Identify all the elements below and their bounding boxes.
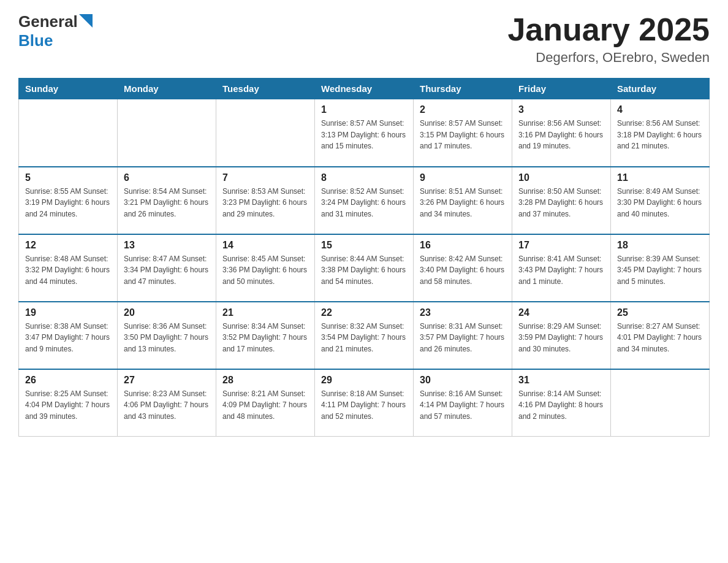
logo-line1: General [18, 12, 93, 31]
day-number: 1 [321, 104, 407, 115]
table-row: 3Sunrise: 8:56 AM Sunset: 3:16 PM Daylig… [512, 99, 611, 167]
day-info: Sunrise: 8:56 AM Sunset: 3:18 PM Dayligh… [617, 118, 703, 152]
logo-blue-text: Blue [18, 31, 93, 50]
col-thursday: Thursday [414, 79, 512, 99]
day-info: Sunrise: 8:47 AM Sunset: 3:34 PM Dayligh… [124, 253, 210, 288]
calendar-week-5: 26Sunrise: 8:25 AM Sunset: 4:04 PM Dayli… [19, 369, 710, 437]
day-number: 2 [420, 104, 506, 115]
day-info: Sunrise: 8:36 AM Sunset: 3:50 PM Dayligh… [124, 321, 210, 355]
day-number: 8 [321, 172, 407, 183]
day-info: Sunrise: 8:21 AM Sunset: 4:09 PM Dayligh… [222, 388, 308, 423]
day-number: 22 [321, 307, 407, 318]
day-number: 30 [420, 375, 506, 386]
day-number: 24 [518, 307, 604, 318]
table-row [19, 99, 118, 167]
table-row: 22Sunrise: 8:32 AM Sunset: 3:54 PM Dayli… [315, 302, 414, 369]
table-row: 26Sunrise: 8:25 AM Sunset: 4:04 PM Dayli… [19, 369, 118, 437]
svg-marker-0 [79, 14, 93, 28]
day-info: Sunrise: 8:23 AM Sunset: 4:06 PM Dayligh… [124, 388, 210, 423]
day-info: Sunrise: 8:39 AM Sunset: 3:45 PM Dayligh… [617, 253, 703, 288]
table-row: 18Sunrise: 8:39 AM Sunset: 3:45 PM Dayli… [611, 234, 710, 302]
table-row: 14Sunrise: 8:45 AM Sunset: 3:36 PM Dayli… [216, 234, 315, 302]
day-number: 16 [420, 240, 506, 251]
table-row: 2Sunrise: 8:57 AM Sunset: 3:15 PM Daylig… [414, 99, 512, 167]
day-info: Sunrise: 8:42 AM Sunset: 3:40 PM Dayligh… [420, 253, 506, 288]
day-number: 3 [518, 104, 604, 115]
day-info: Sunrise: 8:27 AM Sunset: 4:01 PM Dayligh… [617, 321, 703, 355]
day-number: 25 [617, 307, 703, 318]
day-number: 23 [420, 307, 506, 318]
logo-block: General Blue [18, 12, 93, 50]
calendar-title: January 2025 [507, 12, 710, 47]
table-row: 28Sunrise: 8:21 AM Sunset: 4:09 PM Dayli… [216, 369, 315, 437]
table-row: 7Sunrise: 8:53 AM Sunset: 3:23 PM Daylig… [216, 167, 315, 234]
table-row: 1Sunrise: 8:57 AM Sunset: 3:13 PM Daylig… [315, 99, 414, 167]
day-info: Sunrise: 8:41 AM Sunset: 3:43 PM Dayligh… [518, 253, 604, 288]
table-row: 31Sunrise: 8:14 AM Sunset: 4:16 PM Dayli… [512, 369, 611, 437]
table-row: 5Sunrise: 8:55 AM Sunset: 3:19 PM Daylig… [19, 167, 118, 234]
day-info: Sunrise: 8:57 AM Sunset: 3:15 PM Dayligh… [420, 118, 506, 152]
day-info: Sunrise: 8:31 AM Sunset: 3:57 PM Dayligh… [420, 321, 506, 355]
day-number: 10 [518, 172, 604, 183]
calendar-body: 1Sunrise: 8:57 AM Sunset: 3:13 PM Daylig… [19, 99, 710, 437]
logo-general-text: General [18, 12, 78, 31]
table-row: 24Sunrise: 8:29 AM Sunset: 3:59 PM Dayli… [512, 302, 611, 369]
table-row: 29Sunrise: 8:18 AM Sunset: 4:11 PM Dayli… [315, 369, 414, 437]
day-info: Sunrise: 8:16 AM Sunset: 4:14 PM Dayligh… [420, 388, 506, 423]
header-row: Sunday Monday Tuesday Wednesday Thursday… [19, 79, 710, 99]
table-row: 12Sunrise: 8:48 AM Sunset: 3:32 PM Dayli… [19, 234, 118, 302]
day-info: Sunrise: 8:51 AM Sunset: 3:26 PM Dayligh… [420, 186, 506, 220]
table-row: 4Sunrise: 8:56 AM Sunset: 3:18 PM Daylig… [611, 99, 710, 167]
col-wednesday: Wednesday [315, 79, 414, 99]
day-number: 31 [518, 375, 604, 386]
col-monday: Monday [118, 79, 216, 99]
calendar-week-4: 19Sunrise: 8:38 AM Sunset: 3:47 PM Dayli… [19, 302, 710, 369]
table-row: 15Sunrise: 8:44 AM Sunset: 3:38 PM Dayli… [315, 234, 414, 302]
day-info: Sunrise: 8:50 AM Sunset: 3:28 PM Dayligh… [518, 186, 604, 220]
table-row: 11Sunrise: 8:49 AM Sunset: 3:30 PM Dayli… [611, 167, 710, 234]
day-number: 26 [25, 375, 111, 386]
day-info: Sunrise: 8:34 AM Sunset: 3:52 PM Dayligh… [222, 321, 308, 355]
table-row: 8Sunrise: 8:52 AM Sunset: 3:24 PM Daylig… [315, 167, 414, 234]
title-block: January 2025 Degerfors, OErebro, Sweden [507, 12, 710, 66]
day-info: Sunrise: 8:38 AM Sunset: 3:47 PM Dayligh… [25, 321, 111, 355]
day-number: 11 [617, 172, 703, 183]
day-info: Sunrise: 8:14 AM Sunset: 4:16 PM Dayligh… [518, 388, 604, 423]
table-row: 21Sunrise: 8:34 AM Sunset: 3:52 PM Dayli… [216, 302, 315, 369]
table-row: 17Sunrise: 8:41 AM Sunset: 3:43 PM Dayli… [512, 234, 611, 302]
table-row: 27Sunrise: 8:23 AM Sunset: 4:06 PM Dayli… [118, 369, 216, 437]
day-number: 17 [518, 240, 604, 251]
table-row [216, 99, 315, 167]
logo: General Blue [18, 12, 93, 50]
table-row: 6Sunrise: 8:54 AM Sunset: 3:21 PM Daylig… [118, 167, 216, 234]
col-saturday: Saturday [611, 79, 710, 99]
day-info: Sunrise: 8:29 AM Sunset: 3:59 PM Dayligh… [518, 321, 604, 355]
logo-triangle-icon [79, 14, 93, 28]
table-row [118, 99, 216, 167]
table-row: 20Sunrise: 8:36 AM Sunset: 3:50 PM Dayli… [118, 302, 216, 369]
day-number: 9 [420, 172, 506, 183]
col-friday: Friday [512, 79, 611, 99]
table-row: 16Sunrise: 8:42 AM Sunset: 3:40 PM Dayli… [414, 234, 512, 302]
day-number: 20 [124, 307, 210, 318]
table-row: 23Sunrise: 8:31 AM Sunset: 3:57 PM Dayli… [414, 302, 512, 369]
day-info: Sunrise: 8:18 AM Sunset: 4:11 PM Dayligh… [321, 388, 407, 423]
day-info: Sunrise: 8:54 AM Sunset: 3:21 PM Dayligh… [124, 186, 210, 220]
day-number: 28 [222, 375, 308, 386]
day-number: 21 [222, 307, 308, 318]
table-row: 9Sunrise: 8:51 AM Sunset: 3:26 PM Daylig… [414, 167, 512, 234]
page-header: General Blue January 2025 Degerfors, OEr… [18, 12, 710, 66]
calendar-week-2: 5Sunrise: 8:55 AM Sunset: 3:19 PM Daylig… [19, 167, 710, 234]
calendar-table: Sunday Monday Tuesday Wednesday Thursday… [18, 78, 710, 437]
table-row: 19Sunrise: 8:38 AM Sunset: 3:47 PM Dayli… [19, 302, 118, 369]
day-info: Sunrise: 8:49 AM Sunset: 3:30 PM Dayligh… [617, 186, 703, 220]
day-info: Sunrise: 8:56 AM Sunset: 3:16 PM Dayligh… [518, 118, 604, 152]
table-row: 25Sunrise: 8:27 AM Sunset: 4:01 PM Dayli… [611, 302, 710, 369]
calendar-week-3: 12Sunrise: 8:48 AM Sunset: 3:32 PM Dayli… [19, 234, 710, 302]
calendar-week-1: 1Sunrise: 8:57 AM Sunset: 3:13 PM Daylig… [19, 99, 710, 167]
day-number: 4 [617, 104, 703, 115]
day-number: 15 [321, 240, 407, 251]
day-number: 12 [25, 240, 111, 251]
day-number: 14 [222, 240, 308, 251]
day-info: Sunrise: 8:55 AM Sunset: 3:19 PM Dayligh… [25, 186, 111, 220]
